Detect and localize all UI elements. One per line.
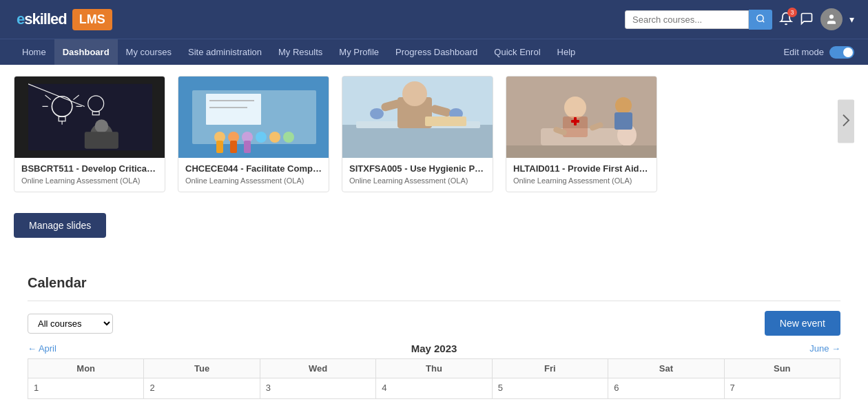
calendar-header-row: Calendar [28, 275, 840, 291]
main-content: BSBCRT511 - Develop Critical Thin... Onl… [0, 65, 868, 406]
course-image-4 [506, 77, 657, 158]
page-wrapper: eskilled LMS 3 [0, 0, 868, 406]
course-type-4: Online Learning Assessment (OLA) [513, 176, 650, 185]
nav-my-profile[interactable]: My Profile [331, 39, 387, 65]
svg-rect-51 [614, 112, 632, 130]
calendar-days-header: Mon Tue Wed Thu Fri Sat Sun [28, 358, 840, 378]
svg-point-0 [757, 14, 763, 21]
course-cards-list: BSBCRT511 - Develop Critical Thin... Onl… [14, 76, 854, 192]
date-cell-1[interactable]: 1 [28, 378, 144, 399]
chat-icon [800, 12, 814, 26]
course-svg-1 [28, 77, 152, 158]
search-bar [625, 10, 772, 30]
calendar-filter-wrapper: All courses [28, 314, 113, 334]
svg-rect-30 [244, 141, 251, 153]
date-cell-3[interactable]: 3 [260, 378, 376, 399]
manage-slides-button[interactable]: Manage slides [14, 213, 106, 238]
nav-my-results[interactable]: My Results [270, 39, 331, 65]
logo-eskilled: eskilled [14, 8, 71, 31]
course-type-3: Online Learning Assessment (OLA) [349, 176, 486, 185]
edit-mode-container: Edit mode [783, 46, 854, 59]
month-title: May 2023 [411, 343, 457, 354]
user-icon [825, 13, 838, 26]
nav-links: Home Dashboard My courses Site administr… [14, 39, 583, 65]
course-card-4[interactable]: HLTAID011 - Provide First Aid (Rel... On… [506, 76, 657, 192]
day-header-sat: Sat [608, 359, 724, 378]
date-cell-5[interactable]: 5 [493, 378, 608, 399]
navbar: Home Dashboard My courses Site administr… [0, 39, 868, 65]
calendar-month-nav: ← April May 2023 June → [28, 343, 840, 354]
calendar-title: Calendar [28, 275, 87, 291]
header-right: 3 ▾ [625, 8, 854, 30]
notification-badge: 3 [787, 8, 797, 17]
svg-rect-49 [574, 117, 577, 125]
date-cell-4[interactable]: 4 [376, 378, 492, 399]
svg-point-27 [283, 132, 294, 143]
search-icon [756, 14, 765, 23]
course-type-2: Online Learning Assessment (OLA) [185, 176, 322, 185]
day-header-thu: Thu [376, 359, 492, 378]
chat-icon-wrapper[interactable] [800, 12, 814, 28]
svg-line-1 [763, 20, 765, 22]
svg-rect-40 [425, 116, 466, 126]
date-cell-2[interactable]: 2 [144, 378, 260, 399]
course-card-2[interactable]: CHCECE044 - Facilitate Complianc... Onli… [178, 76, 329, 192]
nav-home[interactable]: Home [14, 39, 54, 65]
header: eskilled LMS 3 [0, 0, 868, 39]
course-image-3 [342, 77, 493, 158]
course-card-body-1: BSBCRT511 - Develop Critical Thin... Onl… [14, 158, 165, 192]
course-title-2: CHCECE044 - Facilitate Complianc... [185, 163, 322, 174]
next-month-link[interactable]: June → [809, 343, 840, 354]
day-header-sun: Sun [725, 359, 840, 378]
course-card-body-4: HLTAID011 - Provide First Aid (Rel... On… [506, 158, 657, 192]
nav-my-courses[interactable]: My courses [118, 39, 180, 65]
date-cell-6[interactable]: 6 [608, 378, 724, 399]
nav-help[interactable]: Help [549, 39, 584, 65]
new-event-button[interactable]: New event [765, 311, 840, 336]
day-header-fri: Fri [493, 359, 608, 378]
chevron-right-icon [842, 113, 850, 127]
nav-site-admin[interactable]: Site administration [180, 39, 270, 65]
svg-point-25 [256, 132, 267, 143]
header-icons: 3 ▾ [779, 8, 854, 30]
course-image-1 [14, 77, 165, 158]
svg-point-15 [95, 119, 109, 133]
svg-rect-28 [216, 141, 223, 153]
nav-progress-dashboard[interactable]: Progress Dashboard [387, 39, 486, 65]
user-dropdown-arrow[interactable]: ▾ [849, 14, 854, 25]
course-card-3[interactable]: SITXFSA005 - Use Hygienic Practic... Onl… [342, 76, 493, 192]
courses-filter-select[interactable]: All courses [28, 314, 113, 334]
logo-lms: LMS [72, 9, 112, 30]
svg-rect-32 [342, 125, 493, 158]
avatar[interactable] [820, 8, 843, 30]
course-title-1: BSBCRT511 - Develop Critical Thin... [21, 163, 158, 174]
search-input[interactable] [625, 10, 749, 29]
date-cell-7[interactable]: 7 [725, 378, 840, 399]
prev-month-link[interactable]: ← April [28, 343, 56, 354]
search-button[interactable] [749, 10, 772, 30]
svg-point-44 [564, 97, 586, 119]
manage-slides-section: Manage slides [14, 206, 854, 254]
course-card-1[interactable]: BSBCRT511 - Develop Critical Thin... Onl… [14, 76, 165, 192]
svg-point-50 [615, 97, 632, 114]
calendar-divider [28, 301, 840, 301]
svg-point-26 [269, 132, 280, 143]
svg-rect-29 [230, 141, 237, 153]
svg-rect-52 [506, 145, 657, 158]
course-svg-3 [342, 77, 493, 158]
scroll-right-chevron[interactable] [838, 99, 854, 143]
nav-dashboard[interactable]: Dashboard [54, 39, 118, 65]
course-card-body-2: CHCECE044 - Facilitate Complianc... Onli… [178, 158, 329, 192]
day-header-wed: Wed [260, 359, 376, 378]
day-header-mon: Mon [28, 359, 144, 378]
svg-point-2 [829, 14, 834, 19]
svg-rect-16 [85, 132, 118, 149]
nav-quick-enrol[interactable]: Quick Enrol [486, 39, 548, 65]
notification-bell[interactable]: 3 [779, 12, 793, 28]
edit-mode-toggle[interactable] [829, 46, 854, 59]
course-card-body-3: SITXFSA005 - Use Hygienic Practic... Onl… [342, 158, 493, 192]
logo-container: eskilled LMS [14, 8, 112, 31]
logo-e: e [17, 10, 24, 28]
svg-point-35 [402, 81, 427, 106]
course-svg-4 [506, 77, 657, 158]
